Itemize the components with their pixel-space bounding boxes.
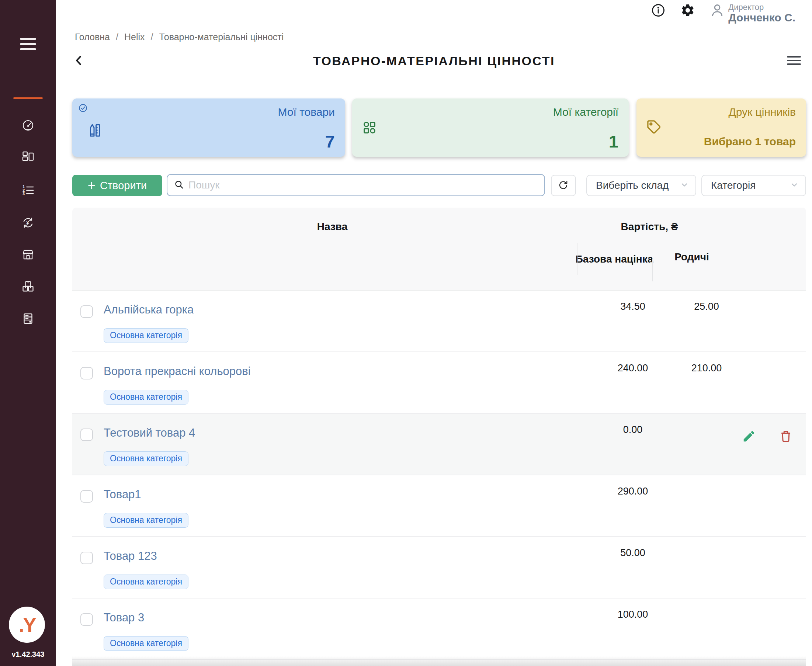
sidebar-item-packages[interactable] <box>21 280 35 293</box>
base-markup-value: 0.00 <box>588 424 677 435</box>
breadcrumb-separator: / <box>116 32 119 43</box>
card-my-products[interactable]: Мої товари 7 <box>72 99 345 157</box>
base-markup-value: 100.00 <box>588 609 677 620</box>
breadcrumb: Головна / Helix / Товарно-матеріальні ці… <box>75 32 283 43</box>
breadcrumb-separator: / <box>151 32 153 43</box>
server-icon <box>21 320 35 326</box>
category-badge: Основна категорія <box>104 452 188 466</box>
relatives-value: 25.00 <box>666 301 747 312</box>
plus-icon: + <box>88 179 96 192</box>
column-header-relatives: Родичі <box>655 251 729 263</box>
topbar: Директор Донченко С. <box>651 3 796 24</box>
card-print-label: Друк цінників <box>728 106 796 119</box>
table-header: Назва Вартість, ₴ Базова націнка Родичі <box>72 208 806 290</box>
table-row: Товар 3 Основна категорія 100.00 <box>72 598 806 660</box>
sidebar-item-ordered-list[interactable]: 1 2 3 <box>21 184 35 197</box>
row-checkbox[interactable] <box>81 429 93 441</box>
sidebar-divider <box>13 97 43 99</box>
delete-button[interactable] <box>779 429 793 443</box>
components-icon <box>21 158 35 164</box>
check-circle-icon <box>78 103 88 113</box>
dashboard-icon <box>21 127 35 133</box>
card-categories-label: Мої категорії <box>553 106 618 119</box>
warehouse-select[interactable]: Виберіть склад <box>586 175 696 196</box>
base-markup-value: 50.00 <box>588 547 677 559</box>
row-checkbox[interactable] <box>81 552 93 564</box>
category-select[interactable]: Категорія <box>702 175 806 196</box>
user-menu[interactable]: Директор Донченко С. <box>710 3 796 24</box>
app-version: v1.42.343 <box>0 650 56 659</box>
category-badge: Основна категорія <box>104 328 188 343</box>
category-badge: Основна категорія <box>104 513 188 528</box>
header-divider <box>652 259 653 281</box>
svg-text:3: 3 <box>23 191 25 196</box>
column-header-value: Вартість, ₴ <box>570 221 729 233</box>
breadcrumb-home[interactable]: Головна <box>75 32 110 43</box>
store-icon <box>21 256 35 262</box>
pencil-ruler-icon <box>87 122 101 140</box>
product-name-link[interactable]: Товар1 <box>104 488 141 501</box>
search-input[interactable] <box>188 179 538 191</box>
product-name-link[interactable]: Товар 123 <box>104 549 157 563</box>
sidebar-item-server[interactable] <box>21 312 35 325</box>
card-my-categories[interactable]: Мої категорії 1 <box>352 99 629 157</box>
column-header-name: Назва <box>94 221 570 233</box>
chevron-down-icon <box>680 180 689 191</box>
edit-button[interactable] <box>742 429 756 443</box>
table-row: Товар 123 Основна категорія 50.00 <box>72 537 806 598</box>
packages-icon <box>21 288 35 294</box>
pencil-icon <box>742 438 756 444</box>
refresh-icon <box>558 180 569 192</box>
category-grid-icon <box>362 120 377 135</box>
product-name-link[interactable]: Тестовий товар 4 <box>104 426 195 440</box>
sidebar-item-store[interactable] <box>21 248 35 261</box>
breadcrumb-current[interactable]: Товарно-матеріальні цінності <box>159 32 283 43</box>
category-badge: Основна категорія <box>104 575 188 589</box>
app-logo: .Y <box>9 607 45 643</box>
card-products-label: Мої товари <box>278 106 335 119</box>
user-role: Директор <box>728 3 796 12</box>
create-button[interactable]: + Створити <box>72 175 162 196</box>
category-badge: Основна категорія <box>104 636 188 651</box>
product-name-link[interactable]: Товар 3 <box>104 611 144 624</box>
page-title: ТОВАРНО-МАТЕРІАЛЬНІ ЦІННОСТІ <box>56 54 812 68</box>
row-checkbox[interactable] <box>81 367 93 379</box>
price-tag-icon <box>646 119 662 135</box>
refresh-button[interactable] <box>551 175 576 196</box>
row-checkbox[interactable] <box>81 305 93 318</box>
search-box <box>167 174 545 196</box>
page-menu-icon[interactable] <box>787 56 801 67</box>
info-icon[interactable] <box>651 3 665 18</box>
app-logo-text: .Y <box>18 613 35 636</box>
table-row: Товар1 Основна категорія 290.00 <box>72 475 806 537</box>
product-name-link[interactable]: Альпійська горка <box>104 303 194 317</box>
breadcrumb-helix[interactable]: Helix <box>124 32 145 43</box>
row-checkbox[interactable] <box>81 490 93 503</box>
card-products-value: 7 <box>325 131 335 152</box>
ordered-list-icon: 1 2 3 <box>21 192 35 198</box>
search-icon <box>174 180 184 191</box>
trash-icon <box>779 438 793 444</box>
sidebar-item-currency-exchange[interactable]: ¥ <box>21 216 35 229</box>
card-categories-value: 1 <box>609 131 618 152</box>
product-name-link[interactable]: Ворота прекрасні кольорові <box>104 365 251 378</box>
warehouse-select-label: Виберіть склад <box>596 180 669 191</box>
relatives-value: 210.00 <box>666 363 747 374</box>
category-select-label: Категорія <box>711 180 756 191</box>
products-table: Назва Вартість, ₴ Базова націнка Родичі … <box>72 208 806 660</box>
sidebar-item-components[interactable] <box>21 150 35 163</box>
table-row: Альпійська горка Основна категорія 34.50… <box>72 290 806 352</box>
settings-gear-icon[interactable] <box>680 3 695 18</box>
user-name: Донченко С. <box>728 12 796 24</box>
table-row: Тестовий товар 4 Основна категорія 0.00 <box>72 414 806 475</box>
category-badge: Основна категорія <box>104 390 188 404</box>
row-checkbox[interactable] <box>81 613 93 626</box>
create-button-label: Створити <box>100 180 147 192</box>
sidebar-item-dashboard[interactable] <box>21 119 35 132</box>
sidebar-hamburger-icon[interactable] <box>20 38 36 51</box>
card-print-price-tags[interactable]: Друк цінників Вибрано 1 товар <box>636 99 806 157</box>
svg-text:¥: ¥ <box>26 220 29 226</box>
chevron-down-icon <box>790 180 799 191</box>
base-markup-value: 290.00 <box>588 486 677 497</box>
base-markup-value: 34.50 <box>588 301 677 312</box>
